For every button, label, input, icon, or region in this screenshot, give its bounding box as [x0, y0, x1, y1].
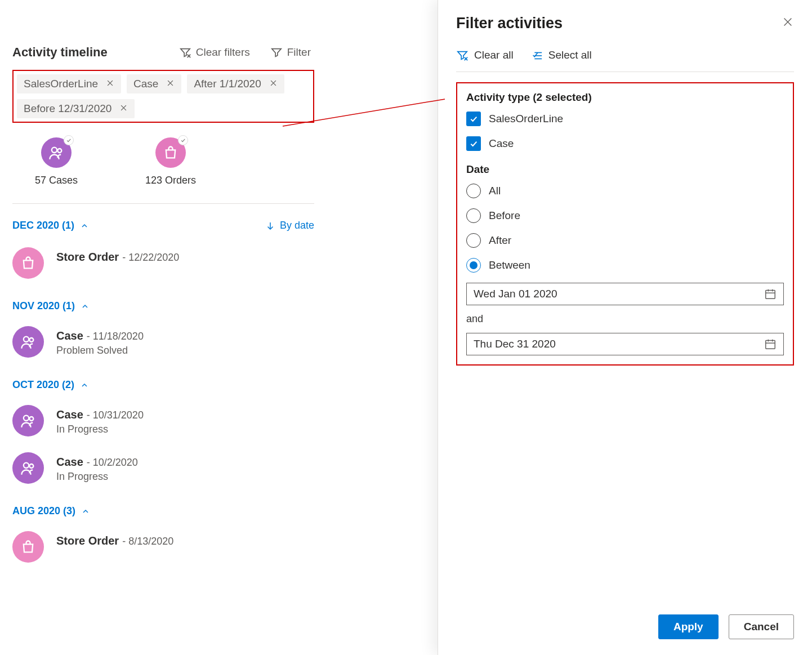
- date-option-radio-row[interactable]: Between: [466, 258, 784, 273]
- svg-point-11: [57, 149, 61, 153]
- bag-icon: [12, 247, 44, 279]
- radio[interactable]: [466, 208, 481, 223]
- timeline-item[interactable]: Case - 11/18/2020 Problem Solved: [12, 326, 314, 358]
- timeline-item-date: - 12/22/2020: [122, 252, 179, 264]
- filter-button[interactable]: Filter: [267, 46, 314, 59]
- filter-chip: After 1/1/2020: [187, 74, 284, 93]
- date-option-radio-row[interactable]: All: [466, 184, 784, 198]
- activity-type-title: Activity type (2 selected): [466, 91, 784, 104]
- group-header[interactable]: NOV 2020 (1): [12, 300, 90, 312]
- timeline-title-row: Case - 11/18/2020: [56, 329, 144, 342]
- date-title: Date: [466, 163, 784, 176]
- group-header-row: DEC 2020 (1) By date: [12, 220, 314, 231]
- timeline-item[interactable]: Case - 10/31/2020 In Progress: [12, 405, 314, 436]
- cancel-button[interactable]: Cancel: [729, 614, 794, 639]
- radio[interactable]: [466, 184, 481, 198]
- close-icon: [782, 16, 794, 28]
- date-from-input[interactable]: Wed Jan 01 2020: [466, 283, 784, 305]
- date-option-radio-row[interactable]: After: [466, 233, 784, 248]
- svg-point-17: [24, 463, 29, 468]
- timeline-item-type: Case: [56, 408, 83, 421]
- checkbox-label: SalesOrderLine: [489, 113, 563, 125]
- activity-type-checkbox-row[interactable]: Case: [466, 136, 784, 151]
- group-header-label: NOV 2020 (1): [12, 300, 75, 312]
- bag-icon: [155, 137, 186, 168]
- activity-type-checkbox-row[interactable]: SalesOrderLine: [466, 112, 784, 126]
- date-option-radio-row[interactable]: Before: [466, 208, 784, 223]
- and-label: and: [466, 313, 784, 325]
- panel-header: Filter activities: [438, 0, 812, 38]
- filter-clear-icon: [456, 49, 469, 61]
- select-all-button[interactable]: Select all: [530, 49, 592, 61]
- group-header[interactable]: OCT 2020 (2): [12, 379, 89, 391]
- clear-filters-label: Clear filters: [196, 46, 250, 59]
- close-button[interactable]: [782, 16, 794, 31]
- timeline-item[interactable]: Store Order - 8/13/2020: [12, 531, 314, 563]
- timeline-item-type: Store Order: [56, 251, 119, 264]
- chip-remove-button[interactable]: [119, 103, 128, 115]
- panel-top-actions: Clear all Select all: [456, 38, 794, 72]
- timeline-item-status: In Progress: [56, 424, 144, 435]
- bag-icon: [12, 531, 44, 563]
- apply-button[interactable]: Apply: [658, 614, 719, 639]
- filter-chips-container: SalesOrderLineCaseAfter 1/1/2020Before 1…: [12, 70, 314, 123]
- radio[interactable]: [466, 258, 481, 273]
- date-from-value: Wed Jan 01 2020: [474, 288, 557, 300]
- timeline-item-type: Case: [56, 329, 83, 342]
- panel-footer: Apply Cancel: [438, 604, 812, 655]
- timeline-item[interactable]: Case - 10/2/2020 In Progress: [12, 452, 314, 484]
- panel-actions: Clear filters Filter: [176, 46, 314, 59]
- group-header[interactable]: AUG 2020 (3): [12, 505, 90, 517]
- select-all-label: Select all: [548, 49, 592, 61]
- radio[interactable]: [466, 233, 481, 248]
- timeline-title-row: Case - 10/31/2020: [56, 408, 144, 421]
- summary-item[interactable]: 123 Orders: [145, 137, 196, 186]
- filter-chip: Before 12/31/2020: [17, 99, 135, 118]
- chip-remove-button[interactable]: [269, 78, 278, 90]
- filter-label: Filter: [287, 46, 311, 59]
- checkbox[interactable]: [466, 136, 481, 151]
- checkbox[interactable]: [466, 112, 481, 126]
- timeline-title-row: Store Order - 8/13/2020: [56, 534, 173, 547]
- timeline-item-content: Store Order - 8/13/2020: [56, 531, 173, 550]
- clear-all-button[interactable]: Clear all: [456, 49, 514, 61]
- radio-label: After: [489, 234, 511, 247]
- group-header-label: DEC 2020 (1): [12, 220, 74, 231]
- summary-item[interactable]: 57 Cases: [35, 137, 78, 186]
- sort-button[interactable]: By date: [265, 220, 314, 231]
- group-header-label: OCT 2020 (2): [12, 379, 74, 391]
- clear-filters-button[interactable]: Clear filters: [176, 46, 253, 59]
- radio-label: Before: [489, 210, 520, 222]
- timeline-item-content: Case - 10/2/2020 In Progress: [56, 452, 138, 483]
- svg-point-18: [29, 464, 33, 468]
- svg-point-14: [29, 338, 33, 342]
- date-to-input[interactable]: Thu Dec 31 2020: [466, 333, 784, 355]
- svg-rect-30: [766, 341, 775, 349]
- person-icon: [12, 326, 44, 358]
- sort-label: By date: [280, 220, 314, 231]
- chip-label: Before 12/31/2020: [24, 103, 111, 115]
- chip-label: Case: [133, 78, 158, 90]
- svg-point-16: [29, 417, 33, 421]
- check-badge-icon: [64, 135, 74, 145]
- group-header[interactable]: DEC 2020 (1): [12, 220, 89, 231]
- summary-label: 123 Orders: [145, 175, 196, 186]
- summary-row: 57 Cases123 Orders: [12, 133, 314, 204]
- filter-chip: SalesOrderLine: [17, 74, 121, 93]
- svg-point-15: [24, 416, 29, 421]
- clear-all-label: Clear all: [474, 49, 514, 61]
- filter-clear-icon: [179, 46, 191, 59]
- timeline-item[interactable]: Store Order - 12/22/2020: [12, 247, 314, 279]
- timeline-item-date: - 10/2/2020: [87, 457, 138, 469]
- date-to-value: Thu Dec 31 2020: [474, 338, 556, 350]
- chip-remove-button[interactable]: [166, 78, 175, 90]
- svg-point-10: [52, 148, 57, 153]
- timeline-item-type: Store Order: [56, 534, 119, 547]
- filter-activities-panel: Filter activities Clear all Select all A…: [438, 0, 812, 655]
- select-all-icon: [530, 49, 543, 61]
- chip-remove-button[interactable]: [106, 78, 114, 90]
- activity-timeline-panel: Activity timeline Clear filters Filter S…: [0, 45, 327, 578]
- group-header-label: AUG 2020 (3): [12, 505, 75, 517]
- person-icon: [12, 452, 44, 484]
- filter-chip: Case: [127, 74, 181, 93]
